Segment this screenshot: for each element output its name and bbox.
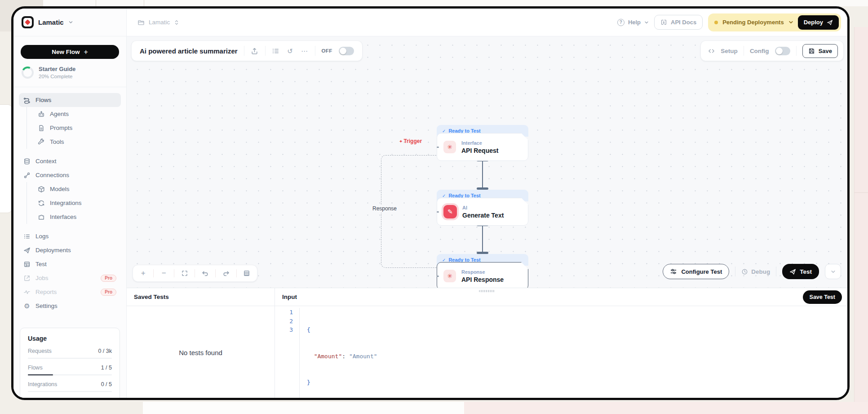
sliders-icon <box>670 268 677 275</box>
pro-badge: Pro <box>101 289 116 296</box>
history-icon[interactable]: ↺ <box>286 47 294 55</box>
usage-row-requests: Requests 0 / 3k <box>28 348 112 359</box>
deploy-button[interactable]: Deploy <box>798 15 839 30</box>
app-window: Lamatic New Flow + Starter Guide 20% Com… <box>11 6 850 400</box>
sidebar-item-label: Jobs <box>35 275 49 281</box>
sidebar-item-label: Test <box>35 261 47 267</box>
debug-button[interactable]: Debug <box>741 268 770 275</box>
config-toggle[interactable] <box>775 47 790 55</box>
node-category: Interface <box>461 140 498 146</box>
check-icon: ✓ <box>442 258 446 263</box>
sidebar-item-label: Logs <box>35 233 49 240</box>
sidebar-item-agents[interactable]: Agents <box>33 107 121 121</box>
zoom-in-button[interactable]: + <box>138 268 148 278</box>
robot-icon <box>38 111 45 118</box>
node-category: Response <box>461 269 504 275</box>
more-options-icon[interactable]: ⋯ <box>301 47 309 55</box>
usage-label: Flows <box>28 365 43 371</box>
help-menu[interactable]: ? Help <box>617 19 649 26</box>
input-header: Input <box>282 294 297 300</box>
test-button[interactable]: Test <box>782 264 819 279</box>
status-dot <box>714 21 718 24</box>
usage-progress-track <box>28 374 112 375</box>
sidebar-item-label: Reports <box>35 289 57 295</box>
paper-plane-icon <box>23 247 31 254</box>
usage-label: Integrations <box>28 381 57 387</box>
chevron-down-icon <box>831 269 836 274</box>
sidebar-item-interfaces[interactable]: Interfaces <box>33 210 121 224</box>
canvas-toolbar: + − <box>133 265 257 282</box>
sidebar-item-settings[interactable]: ⚙ Settings <box>19 299 121 313</box>
sidebar-body: New Flow + Starter Guide 20% Complete Fl… <box>13 36 126 398</box>
database-icon <box>23 158 31 165</box>
configure-test-button[interactable]: Configure Test <box>663 264 729 279</box>
question-icon: ? <box>617 19 624 26</box>
backdrop-divider-line <box>144 0 144 6</box>
debug-label: Debug <box>751 268 770 275</box>
pro-badge: Pro <box>101 275 116 282</box>
sidebar-item-prompts[interactable]: Prompts <box>33 121 121 135</box>
sidebar-item-label: Tools <box>50 138 64 145</box>
sidebar-item-models[interactable]: Models <box>33 182 121 196</box>
flow-enabled-toggle[interactable] <box>339 47 354 55</box>
node-api-request[interactable]: ✳ Interface API Request <box>437 133 528 161</box>
checklist-icon[interactable] <box>272 47 280 55</box>
share-icon[interactable] <box>251 47 259 55</box>
flow-title[interactable]: Ai powered article summarizer <box>140 47 238 55</box>
workspace-switcher[interactable]: Lamatic <box>13 9 126 36</box>
setup-label[interactable]: Setup <box>721 48 738 54</box>
header-actions: ? Help API Docs Pending Deployments Depl… <box>617 13 841 31</box>
pending-deployments-label[interactable]: Pending Deployments <box>722 19 784 26</box>
save-test-button[interactable]: Save Test <box>803 290 842 304</box>
clock-icon <box>741 268 748 275</box>
config-label: Config <box>750 48 769 54</box>
usage-title: Usage <box>28 335 112 342</box>
edge-line <box>482 225 483 254</box>
new-flow-button[interactable]: New Flow + <box>21 45 119 59</box>
flow-status-label: OFF <box>322 48 332 53</box>
sidebar-item-jobs[interactable]: Jobs Pro <box>19 271 121 285</box>
response-node-icon: ✳ <box>443 270 456 282</box>
test-options-button[interactable] <box>825 264 841 279</box>
sidebar-item-logs[interactable]: Logs <box>19 229 121 243</box>
notes-icon[interactable] <box>242 268 252 278</box>
code-content[interactable]: { "Amount": "Amount" } <box>300 308 377 400</box>
test-label: Test <box>800 268 812 275</box>
api-docs-button[interactable]: API Docs <box>654 15 703 30</box>
save-button[interactable]: Save <box>802 44 838 58</box>
sidebar-item-reports[interactable]: Reports Pro <box>19 285 121 299</box>
test-toolbar: Configure Test Debug Test <box>663 264 841 279</box>
link-icon <box>23 172 31 179</box>
sidebar-item-connections[interactable]: Connections <box>19 168 121 182</box>
ai-node-icon: ✎ <box>443 205 457 218</box>
sidebar-item-label: Flows <box>35 97 51 103</box>
interface-node-icon: ✳ <box>443 141 456 153</box>
flows-icon <box>23 97 31 104</box>
fit-view-button[interactable] <box>180 268 190 278</box>
sidebar-item-test[interactable]: Test <box>19 257 121 271</box>
node-api-response[interactable]: ✳ Response API Response <box>437 262 528 288</box>
sidebar-item-deployments[interactable]: Deployments <box>19 243 121 257</box>
undo-button[interactable] <box>200 268 210 278</box>
json-input-editor[interactable]: 1 2 3 { "Amount": "Amount" } <box>275 306 847 400</box>
sidebar-item-flows[interactable]: Flows <box>19 93 121 107</box>
usage-row-integrations: Integrations 0 / 5 <box>28 381 112 392</box>
zoom-out-button[interactable]: − <box>159 268 169 278</box>
redo-button[interactable] <box>221 268 231 278</box>
table-icon <box>23 261 31 268</box>
node-generate-text[interactable]: ✎ AI Generate Text <box>437 198 528 226</box>
starter-guide-title: Starter Guide <box>39 66 75 72</box>
backdrop-right-panel <box>854 27 868 414</box>
sidebar-item-tools[interactable]: Tools <box>33 135 121 149</box>
project-breadcrumb[interactable]: Lamatic <box>137 19 179 26</box>
check-icon: ✓ <box>442 129 446 134</box>
sidebar-item-integrations[interactable]: Integrations <box>33 196 121 210</box>
sidebar-item-context[interactable]: Context <box>19 154 121 168</box>
flow-canvas[interactable]: Ai powered article summarizer ↺ ⋯ OFF Se… <box>127 36 847 288</box>
sidebar-item-label: Settings <box>35 303 58 309</box>
api-docs-label: API Docs <box>671 19 696 26</box>
chevron-down-icon[interactable] <box>788 20 793 25</box>
usage-row-flows: Flows 1 / 5 <box>28 365 112 375</box>
starter-guide[interactable]: Starter Guide 20% Complete <box>22 66 118 79</box>
sidebar-item-label: Interfaces <box>50 214 76 220</box>
